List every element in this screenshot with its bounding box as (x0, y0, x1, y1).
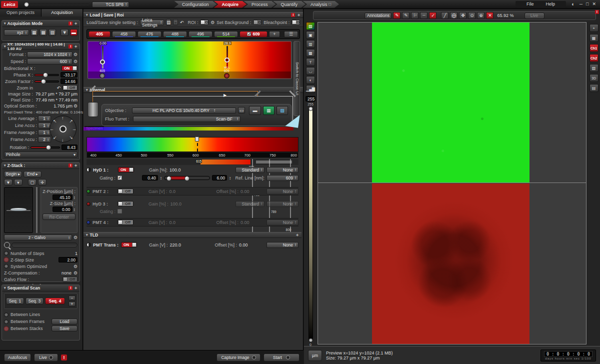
channel-1-image[interactable] (372, 22, 530, 183)
seq-3-button[interactable]: Seq. 3 (26, 298, 44, 304)
zoom-factor-slider[interactable] (34, 80, 59, 82)
bidirectional-toggle[interactable]: ON (62, 66, 78, 71)
settings-select[interactable]: Leica Settings↕ (140, 20, 164, 26)
gear-icon[interactable]: ⚙ (74, 52, 78, 57)
frame-accu-select[interactable]: 2↕ (38, 136, 51, 142)
zoom-percentage[interactable]: 65.92 % (497, 13, 514, 18)
lut-icon[interactable]: ▨ (306, 22, 315, 30)
z-range-bar[interactable] (35, 187, 38, 233)
laser-514-button[interactable]: 514 (214, 31, 238, 38)
tld-offset-value[interactable]: 0.00 (239, 242, 254, 248)
add-seq-button[interactable]: + (68, 302, 76, 306)
bleachpoint-toggle[interactable]: Off (292, 20, 300, 25)
hyd1-gain-value[interactable]: 100.0 (170, 168, 186, 172)
overlay-icon[interactable]: ▥ (306, 40, 315, 48)
annotations-button[interactable]: Annotations (364, 12, 392, 19)
laser-609-intensity-slider[interactable]: 28.9 WLL 609 (223, 42, 231, 78)
hyd3-toggle[interactable]: Off (118, 201, 134, 206)
speed-select[interactable]: 600↕ (27, 58, 72, 64)
capture-image-button[interactable]: Capture Image (216, 354, 260, 362)
goto-end-button[interactable]: ▾ (14, 179, 22, 186)
gear-icon[interactable]: ⚙ (74, 59, 78, 64)
laser-458-button[interactable]: 458 (112, 31, 136, 38)
load-button[interactable]: Load (52, 318, 78, 324)
ref-line-handle[interactable] (195, 136, 199, 142)
system-optimized-radio[interactable] (4, 264, 8, 268)
phase-slider[interactable] (34, 74, 59, 76)
gate-from-value[interactable]: 0.40 (142, 175, 158, 180)
roi-toggle[interactable]: Off (200, 20, 208, 25)
snapshot-icon[interactable]: ▣ (306, 31, 315, 39)
laser-496-button[interactable]: 496 (188, 31, 212, 38)
pan-tool[interactable]: ✥ (459, 12, 466, 19)
tab-process[interactable]: Process (244, 1, 276, 8)
collapse-icon[interactable]: ▾ (4, 286, 6, 290)
draw-scale-tool[interactable]: ✎ (402, 12, 410, 19)
seq-icon[interactable]: ▬ (70, 29, 78, 36)
line-profile-tool[interactable]: ╱ (441, 12, 448, 19)
hyd1-toggle[interactable]: ON (118, 167, 134, 172)
save-settings-icon[interactable]: ▤ (166, 19, 172, 26)
gear-icon[interactable]: ⚙ (74, 104, 78, 108)
gamma-icon[interactable]: ◡ (306, 67, 315, 75)
galvo-flow-toggle[interactable]: Off (62, 276, 78, 282)
step-size-radio[interactable] (4, 258, 8, 262)
mark-icon[interactable]: ▼ (60, 29, 68, 36)
laser-488-button[interactable]: 488 (163, 31, 187, 38)
hyd1-mode-select[interactable]: Standard↕ (236, 167, 264, 173)
pin-icon[interactable]: ✦ (74, 22, 78, 26)
remove-seq-button[interactable]: − (68, 296, 76, 300)
warning-icon[interactable]: ! (61, 354, 67, 360)
compass-center[interactable] (60, 126, 66, 132)
grid-icon[interactable]: ▧ (48, 29, 56, 36)
laser-476-button[interactable]: 476 (138, 31, 162, 38)
pinhole-expander[interactable]: Pinhole▾ (4, 152, 78, 158)
reset-zoom-tool[interactable]: ✕ (486, 12, 494, 19)
gear-icon[interactable]: ⚙ (210, 20, 214, 25)
gating-checkbox[interactable]: ✓ (118, 209, 122, 214)
rotation-value[interactable]: 8.43 (62, 144, 78, 150)
collapse-icon[interactable]: ▾ (4, 22, 6, 26)
hyd3-assign-select[interactable]: None↕ (266, 201, 298, 207)
stack-option-button[interactable]: ▢ (28, 179, 36, 186)
tab-analysis[interactable]: Analysis □ (302, 1, 339, 8)
mosaic-icon[interactable]: ▦ (30, 29, 38, 36)
unit-button[interactable]: µm (308, 350, 322, 361)
phase-value[interactable]: -33.17 (60, 72, 78, 78)
zoom-factor-value[interactable]: 14.66 (60, 78, 78, 84)
undo-icon[interactable]: ↶ (56, 86, 60, 90)
laser-list-button[interactable]: ☰ (284, 31, 298, 38)
tab-acquire[interactable]: Acquire (214, 1, 247, 8)
collapse-icon[interactable]: ▾ (4, 44, 6, 48)
text-overlay-icon[interactable]: T (306, 58, 315, 66)
apply-tool[interactable]: ✓ (429, 12, 436, 19)
tile-view-button[interactable]: ▦ (590, 34, 598, 42)
channel-2-button[interactable]: Ch2 (590, 54, 598, 62)
image-viewport[interactable] (318, 22, 586, 344)
tld-assign-select[interactable]: None↕ (266, 242, 298, 248)
save-button[interactable]: Save (52, 326, 78, 332)
gating-checkbox[interactable]: ✓ (118, 176, 122, 180)
center-option-button[interactable]: ✛ (38, 179, 46, 186)
stage-icon[interactable]: ▩ (40, 29, 47, 36)
stamp-tool[interactable]: ⚐ (411, 12, 418, 19)
set-background-toggle[interactable]: Off (253, 20, 262, 25)
merge-button[interactable]: ▧ (590, 64, 598, 72)
between-frames-radio[interactable] (4, 320, 8, 324)
delete-settings-icon[interactable]: □ (173, 19, 178, 26)
hyd1-assign-select[interactable]: None↕ (266, 167, 298, 173)
magnifier-icon[interactable] (4, 242, 10, 248)
pin-icon[interactable]: ✦ (296, 233, 299, 238)
pmt4-toggle[interactable]: Off (118, 220, 134, 225)
ref-line-select[interactable]: 609↕ (266, 175, 298, 181)
threed-button[interactable]: 3D (590, 74, 598, 82)
step-size-value[interactable]: 2.00 (58, 257, 78, 262)
draw-arrow-tool[interactable]: ✎ (393, 12, 400, 19)
maximize-button[interactable]: □ (586, 2, 588, 6)
objective-swap-icon[interactable]: ▭ (238, 107, 246, 114)
steps-radio[interactable] (4, 251, 8, 256)
laser-405-button[interactable]: 405 (88, 31, 110, 38)
pinhole-airy-bar[interactable] (12, 242, 78, 248)
pin-icon[interactable]: ✦ (297, 13, 300, 18)
add-laser-button[interactable]: + (269, 31, 280, 38)
